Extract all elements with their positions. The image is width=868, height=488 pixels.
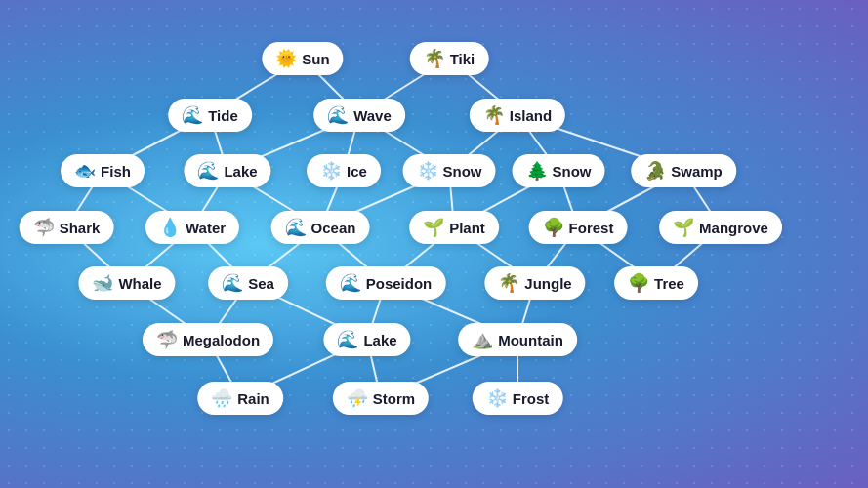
- whale-label: Whale: [118, 275, 161, 292]
- node-megalodon: 🦈Megalodon: [143, 323, 273, 356]
- node-jungle: 🌴Jungle: [484, 266, 585, 300]
- node-lake1: 🌊Lake: [184, 154, 270, 187]
- poseidon-icon: 🌊: [340, 272, 361, 294]
- jungle-label: Jungle: [524, 275, 571, 292]
- tiki-label: Tiki: [450, 51, 475, 67]
- storm-label: Storm: [373, 390, 415, 407]
- lake1-icon: 🌊: [197, 160, 219, 182]
- whale-icon: 🐋: [92, 272, 113, 294]
- poseidon-label: Poseidon: [366, 275, 433, 292]
- island-icon: 🌴: [483, 104, 505, 126]
- shark-icon: 🦈: [33, 217, 55, 238]
- tiki-icon: 🌴: [424, 48, 445, 69]
- node-wave: 🌊Wave: [313, 99, 405, 132]
- fish-label: Fish: [101, 163, 131, 180]
- shark-label: Shark: [60, 220, 101, 236]
- water-label: Water: [186, 220, 226, 236]
- frost-icon: ❄️: [486, 387, 508, 409]
- node-sun: 🌞Sun: [262, 42, 343, 75]
- node-tide: 🌊Tide: [168, 99, 252, 132]
- sun-label: Sun: [302, 51, 329, 67]
- node-sea: 🌊Sea: [208, 266, 288, 300]
- forest-label: Forest: [569, 220, 614, 236]
- storm-icon: ⛈️: [347, 387, 368, 409]
- node-whale: 🐋Whale: [78, 266, 175, 300]
- island-label: Island: [510, 107, 552, 124]
- snow2-icon: 🌲: [526, 160, 548, 182]
- snow2-label: Snow: [553, 163, 592, 180]
- node-snow1: ❄️Snow: [403, 154, 496, 187]
- snow1-icon: ❄️: [417, 160, 438, 182]
- node-lake2: 🌊Lake: [323, 323, 410, 356]
- node-poseidon: 🌊Poseidon: [326, 266, 446, 300]
- node-island: 🌴Island: [470, 99, 565, 132]
- sea-label: Sea: [248, 275, 274, 292]
- mangrove-label: Mangrove: [699, 220, 768, 236]
- node-frost: ❄️Frost: [473, 382, 563, 415]
- mountain-label: Mountain: [498, 332, 563, 348]
- node-forest: 🌳Forest: [529, 211, 628, 244]
- node-fish: 🐟Fish: [61, 154, 145, 187]
- lake2-label: Lake: [363, 332, 396, 348]
- node-ice: ❄️Ice: [307, 154, 381, 187]
- rain-icon: 🌧️: [211, 387, 232, 409]
- node-swamp: 🐊Swamp: [631, 154, 736, 187]
- mangrove-icon: 🌱: [673, 217, 694, 238]
- node-ocean: 🌊Ocean: [271, 211, 370, 244]
- wave-label: Wave: [353, 107, 392, 124]
- node-rain: 🌧️Rain: [197, 382, 283, 415]
- node-snow2: 🌲Snow: [513, 154, 605, 187]
- lake1-label: Lake: [224, 163, 257, 180]
- node-mangrove: 🌱Mangrove: [659, 211, 782, 244]
- rain-label: Rain: [237, 390, 269, 407]
- ocean-label: Ocean: [311, 220, 356, 236]
- node-tree: 🌳Tree: [614, 266, 698, 300]
- frost-label: Frost: [513, 390, 550, 407]
- ocean-icon: 🌊: [285, 217, 307, 238]
- plant-label: Plant: [449, 220, 485, 236]
- tide-label: Tide: [208, 107, 238, 124]
- ice-label: Ice: [347, 163, 367, 180]
- wave-icon: 🌊: [327, 104, 349, 126]
- megalodon-icon: 🦈: [156, 329, 178, 350]
- node-plant: 🌱Plant: [409, 211, 499, 244]
- fish-icon: 🐟: [74, 160, 96, 182]
- node-shark: 🦈Shark: [20, 211, 114, 244]
- water-icon: 💧: [159, 217, 181, 238]
- snow1-label: Snow: [443, 163, 482, 180]
- ice-icon: ❄️: [320, 160, 342, 182]
- sea-icon: 🌊: [222, 272, 243, 294]
- tree-icon: 🌳: [628, 272, 649, 294]
- node-water: 💧Water: [145, 211, 239, 244]
- node-storm: ⛈️Storm: [333, 382, 429, 415]
- tree-label: Tree: [654, 275, 684, 292]
- megalodon-label: Megalodon: [183, 332, 260, 348]
- lake2-icon: 🌊: [337, 329, 358, 350]
- node-mountain: ⛰️Mountain: [458, 323, 577, 356]
- mountain-icon: ⛰️: [472, 329, 493, 350]
- jungle-icon: 🌴: [498, 272, 519, 294]
- tide-icon: 🌊: [182, 104, 203, 126]
- swamp-label: Swamp: [671, 163, 723, 180]
- plant-icon: 🌱: [423, 217, 444, 238]
- swamp-icon: 🐊: [644, 160, 666, 182]
- sun-icon: 🌞: [275, 48, 297, 69]
- forest-icon: 🌳: [543, 217, 564, 238]
- node-tiki: 🌴Tiki: [410, 42, 489, 75]
